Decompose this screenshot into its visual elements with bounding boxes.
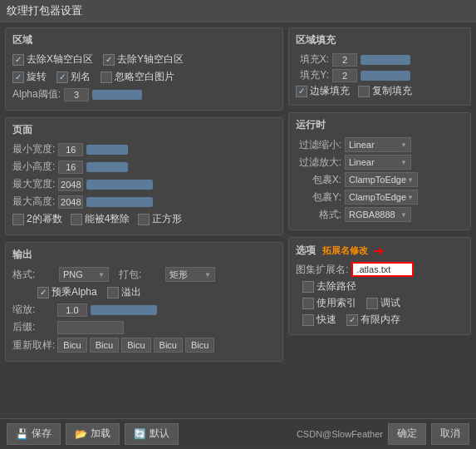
fill-y-label: 填充Y:: [296, 68, 329, 82]
remove-y-check-icon: [103, 54, 115, 66]
bottom-bar: 💾 保存 📂 加载 🔄 默认 CSDN@SlowFeather 确定 取消: [0, 418, 476, 448]
premultiply-check-icon: [37, 287, 49, 299]
edge-fill-checkbox[interactable]: 边缘填充: [296, 84, 350, 98]
runtime-title: 运行时: [296, 118, 464, 132]
resample-btn-3[interactable]: Bicu: [154, 338, 183, 353]
wrap-x-value: ClampToEdge: [349, 175, 407, 185]
debug-check-icon: [366, 298, 378, 309]
default-icon: 🔄: [134, 428, 146, 440]
pack-dropdown[interactable]: 矩形 ▼: [165, 267, 215, 282]
runtime-format-value: RGBA8888: [349, 210, 400, 220]
pack-label: 打包:: [119, 268, 160, 282]
save-icon: 💾: [16, 428, 28, 440]
wrap-y-dropdown[interactable]: ClampToEdge ▼: [345, 190, 418, 205]
alpha-slider[interactable]: [92, 90, 142, 100]
output-section: 输出 格式: PNG ▼ 打包: 矩形 ▼ 预乘Alpha: [5, 242, 283, 362]
bleed-check-icon: [107, 287, 119, 299]
pow2-checkbox[interactable]: 2的幂数: [12, 212, 62, 226]
use-index-checkbox[interactable]: 使用索引: [302, 296, 356, 310]
format-arrow-icon: ▼: [98, 271, 105, 279]
remove-y-checkbox[interactable]: 去除Y轴空白区: [103, 52, 184, 67]
scale-slider[interactable]: [91, 305, 157, 315]
min-width-input[interactable]: [58, 143, 83, 156]
max-width-input[interactable]: [58, 178, 83, 191]
resample-btn-1[interactable]: Bicu: [90, 338, 119, 353]
max-width-slider[interactable]: [86, 180, 153, 190]
format-dropdown[interactable]: PNG ▼: [59, 267, 109, 282]
filter-down-value: Linear: [349, 140, 400, 150]
fill-y-input[interactable]: [332, 69, 357, 82]
min-height-input[interactable]: [58, 160, 83, 174]
default-button[interactable]: 🔄 默认: [125, 423, 179, 445]
max-height-slider[interactable]: [86, 197, 153, 207]
wrap-x-dropdown[interactable]: ClampToEdge ▼: [345, 172, 418, 187]
filter-up-dropdown[interactable]: Linear ▼: [345, 155, 411, 170]
div4-check-icon: [71, 214, 82, 225]
confirm-button[interactable]: 确定: [388, 423, 426, 445]
ignore-blank-label: 忽略空白图片: [115, 70, 174, 84]
remove-path-checkbox[interactable]: 去除路径: [302, 279, 356, 294]
copy-fill-checkbox[interactable]: 复制填充: [358, 84, 412, 98]
rotate-check-icon: [12, 72, 24, 83]
options-title: 选项: [296, 244, 316, 258]
filter-down-arrow-icon: ▼: [400, 141, 407, 149]
finite-mem-checkbox[interactable]: 有限内存: [346, 313, 400, 327]
fill-x-input[interactable]: [332, 53, 357, 67]
suffix-label: 后缀:: [12, 320, 54, 334]
cancel-label: 取消: [440, 427, 460, 441]
remove-x-label: 去除X轴空白区: [27, 52, 93, 67]
left-panel: 区域 去除X轴空白区 去除Y轴空白区 旋转 别名: [5, 27, 283, 413]
resample-btn-0[interactable]: Bicu: [57, 338, 86, 353]
filter-up-value: Linear: [349, 157, 400, 167]
div4-checkbox[interactable]: 能被4整除: [71, 212, 130, 226]
format-value: PNG: [63, 269, 98, 279]
premultiply-checkbox[interactable]: 预乘Alpha: [37, 285, 97, 299]
runtime-format-dropdown[interactable]: RGBA8888 ▼: [345, 207, 411, 222]
alias-checkbox[interactable]: 别名: [56, 70, 91, 84]
square-label: 正方形: [152, 212, 182, 226]
copy-fill-label: 复制填充: [372, 84, 412, 98]
rotate-checkbox[interactable]: 旋转: [12, 70, 47, 84]
min-height-slider[interactable]: [86, 162, 128, 172]
fill-x-label: 填充X:: [296, 52, 329, 67]
bleed-label: 溢出: [121, 285, 141, 299]
load-button[interactable]: 📂 加载: [66, 423, 120, 445]
min-width-slider[interactable]: [86, 145, 128, 155]
scale-input[interactable]: [57, 303, 87, 317]
save-label: 保存: [32, 427, 52, 441]
square-checkbox[interactable]: 正方形: [138, 212, 182, 226]
save-button[interactable]: 💾 保存: [7, 423, 61, 445]
suffix-input[interactable]: [57, 321, 124, 334]
fill-y-slider[interactable]: [361, 71, 410, 81]
atlas-ext-label: 图集扩展名:: [296, 263, 348, 277]
finite-mem-label: 有限内存: [361, 313, 400, 327]
watermark: CSDN@SlowFeather: [297, 429, 383, 439]
fast-label: 快速: [317, 313, 336, 327]
output-title: 输出: [12, 248, 276, 262]
fill-x-slider[interactable]: [361, 55, 410, 65]
bleed-checkbox[interactable]: 溢出: [107, 285, 141, 299]
max-height-input[interactable]: [58, 195, 83, 209]
wrap-x-label: 包裹X:: [296, 173, 341, 187]
atlas-ext-input[interactable]: [351, 262, 414, 277]
ignore-blank-checkbox[interactable]: 忽略空白图片: [101, 70, 174, 84]
resample-btn-2[interactable]: Bicu: [121, 338, 150, 353]
resample-btn-4[interactable]: Bicu: [185, 338, 214, 353]
confirm-label: 确定: [397, 427, 417, 441]
pack-arrow-icon: ▼: [204, 271, 211, 279]
remove-x-checkbox[interactable]: 去除X轴空白区: [12, 52, 93, 67]
alpha-input[interactable]: [64, 88, 89, 101]
load-icon: 📂: [75, 428, 87, 440]
copy-fill-check-icon: [358, 86, 370, 97]
pack-value: 矩形: [169, 269, 204, 281]
use-index-label: 使用索引: [317, 296, 356, 310]
region-section: 区域 去除X轴空白区 去除Y轴空白区 旋转 别名: [5, 27, 283, 111]
debug-checkbox[interactable]: 调试: [366, 296, 400, 310]
min-width-label: 最小宽度:: [12, 142, 55, 156]
pow2-check-icon: [12, 214, 24, 225]
wrap-y-arrow-icon: ▼: [407, 194, 414, 201]
edge-fill-check-icon: [296, 86, 307, 97]
cancel-button[interactable]: 取消: [431, 423, 469, 445]
filter-down-dropdown[interactable]: Linear ▼: [345, 137, 411, 152]
fast-checkbox[interactable]: 快速: [302, 313, 336, 327]
